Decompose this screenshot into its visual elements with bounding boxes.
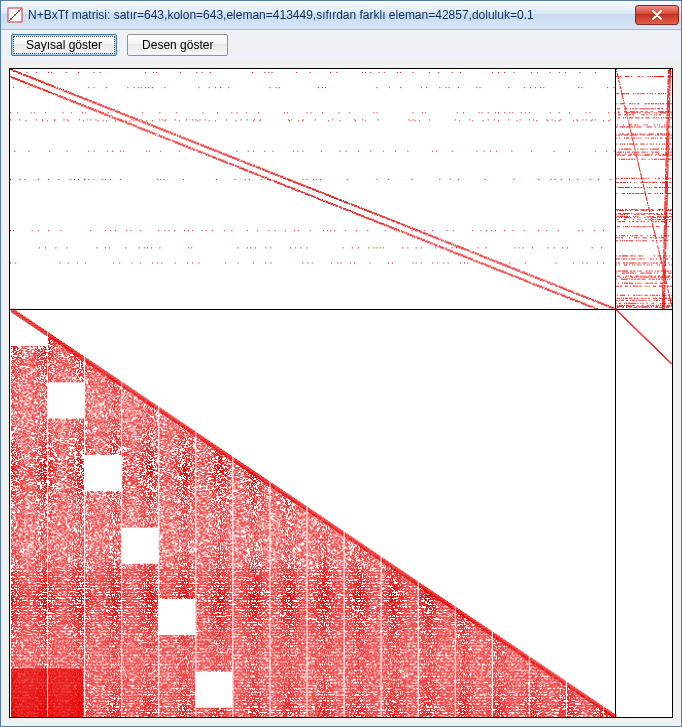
app-icon	[7, 7, 23, 23]
toolbar: Sayısal göster Desen göster	[1, 30, 681, 60]
numeric-view-button[interactable]: Sayısal göster	[11, 34, 117, 56]
app-window: N+BxTf matrisi: satır=643,kolon=643,elem…	[0, 0, 682, 727]
row-partition-line	[10, 309, 672, 310]
close-icon	[651, 10, 663, 20]
col-partition-line	[615, 69, 616, 717]
sparsity-pattern-canvas	[10, 69, 672, 717]
svg-point-3	[14, 14, 16, 16]
window-title: N+BxTf matrisi: satır=643,kolon=643,elem…	[28, 8, 635, 22]
titlebar: N+BxTf matrisi: satır=643,kolon=643,elem…	[1, 1, 681, 30]
close-button[interactable]	[635, 5, 679, 25]
svg-point-2	[10, 18, 12, 20]
matrix-pattern-view	[9, 68, 673, 718]
svg-point-4	[18, 10, 20, 12]
pattern-view-button[interactable]: Desen göster	[127, 34, 228, 56]
content-area	[1, 60, 681, 726]
